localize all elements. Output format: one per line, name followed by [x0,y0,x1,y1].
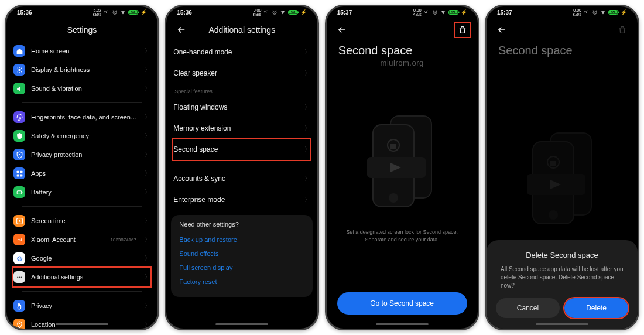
privacy-icon [13,149,25,160]
status-bar: 15:37 0.00 KB/s 100⚡ [487,6,638,18]
chevron-right-icon: 〉 [304,48,310,56]
row-label: Memory extension [173,124,299,132]
settings-row-xiaomi-account[interactable]: miXiaomi Account1823874167〉 [13,230,150,249]
row-label: Battery [31,189,139,196]
phone-2-additional-settings: 15:36 0.00 KB/s 100⚡ Additional settings… [165,5,319,330]
row-label: Enterprise mode [173,196,299,204]
settings-row-home-screen[interactable]: Home screen〉 [13,42,150,60]
chevron-right-icon: 〉 [304,103,310,111]
row-label: Home screen [31,47,139,54]
settings-row-privacy-protection[interactable]: Privacy protection〉 [13,145,150,164]
row-label: Clear speaker [173,69,299,77]
link-sound-effects[interactable]: Sound effects [179,247,304,261]
pin-icon [13,319,25,329]
settings-row-fingerprints-face-data-and-screen-lock[interactable]: Fingerprints, face data, and screen lock… [13,108,150,127]
battery-icon: 100⚡ [448,9,467,15]
settings-row-accounts-sync[interactable]: Accounts & sync〉 [173,168,310,189]
header [487,18,638,42]
wifi-icon [600,9,606,15]
phone-3-second-space: 15:37 0.00 KB/s 100⚡ Second space miuiro… [325,5,479,330]
settings-row-sound-vibration[interactable]: Sound & vibration〉 [13,79,150,98]
row-label: Sound & vibration [31,85,139,92]
chevron-right-icon: 〉 [145,235,150,244]
svg-point-16 [17,276,18,278]
delete-button[interactable] [455,23,470,37]
chevron-right-icon: 〉 [145,188,150,196]
chevron-right-icon: 〉 [304,175,310,183]
wifi-icon [120,9,126,15]
row-label: Apps [31,170,139,177]
dots-icon [13,271,25,283]
settings-row-one-handed-mode[interactable]: One-handed mode〉 [173,42,310,63]
link-factory-reset[interactable]: Factory reset [179,275,304,289]
confirm-delete-button[interactable]: Delete [564,298,628,318]
xiaomi-icon: mi [13,234,25,245]
settings-row-battery[interactable]: Battery〉 [13,183,150,201]
alarm-icon [432,9,438,15]
finger-icon [13,111,25,123]
cancel-button[interactable]: Cancel [496,298,560,318]
delete-confirm-sheet: Delete Second space All Second space app… [487,240,638,329]
settings-row-privacy[interactable]: Privacy〉 [13,296,150,315]
svg-point-46 [549,210,558,220]
row-sub: 1823874167 [111,237,137,242]
settings-row-memory-extension[interactable]: Memory extension〉 [173,118,310,139]
go-to-second-space-button[interactable]: Go to Second space [337,292,467,315]
svg-rect-10 [20,174,22,176]
home-indicator[interactable] [56,323,108,325]
settings-row-second-space[interactable]: Second space〉 [173,139,310,160]
link-full-screen-display[interactable]: Full screen display [179,261,304,275]
chevron-right-icon: 〉 [145,84,150,93]
page-title: Additional settings [166,25,317,35]
watermark: miuirom.org [327,59,478,67]
settings-row-screen-time[interactable]: Screen time〉 [13,211,150,230]
svg-point-5 [18,69,20,71]
row-label: Accounts & sync [173,175,299,183]
home-indicator[interactable] [536,323,588,325]
additional-settings-list: One-handed mode〉Clear speaker〉 Special f… [166,42,317,329]
chevron-right-icon: 〉 [145,151,150,159]
battery-icon: 100⚡ [608,9,627,15]
settings-row-additional-settings[interactable]: Additional settings〉 [13,268,150,286]
status-bar: 15:36 0.00 KB/s 100⚡ [166,6,317,18]
svg-rect-3 [138,12,139,13]
delete-button[interactable] [615,23,629,37]
clock: 15:36 [177,9,192,16]
settings-row-location[interactable]: Location〉 [13,315,150,329]
settings-row-apps[interactable]: Apps〉 [13,164,150,183]
chevron-right-icon: 〉 [145,302,150,310]
settings-row-google[interactable]: Google〉 [13,249,150,268]
row-label: Privacy [31,302,139,309]
mute-icon [584,9,590,15]
settings-row-enterprise-mode[interactable]: Enterprise mode〉 [173,189,310,210]
row-label: One-handed mode [173,48,299,56]
clock: 15:37 [337,9,352,16]
shield-icon [13,130,25,142]
chevron-right-icon: 〉 [145,66,150,74]
back-button[interactable] [335,23,349,37]
svg-rect-23 [298,12,299,13]
link-back-up-and-restore[interactable]: Back up and restore [179,233,304,247]
row-label: Display & brightness [31,66,139,73]
settings-row-floating-windows[interactable]: Floating windows〉 [173,97,310,118]
sheet-message: All Second space app data will be lost a… [496,265,628,290]
svg-point-18 [20,276,22,278]
chevron-right-icon: 〉 [304,69,310,77]
settings-list: Home screen〉Display & brightness〉Sound &… [6,42,157,329]
wifi-icon [280,9,286,15]
page-title: Second space [327,42,478,59]
settings-row-display-brightness[interactable]: Display & brightness〉 [13,60,150,79]
settings-row-safety-emergency[interactable]: Safety & emergency〉 [13,127,150,145]
home-indicator[interactable] [376,323,429,325]
home-indicator[interactable] [215,323,268,325]
chevron-right-icon: 〉 [145,47,150,55]
divider [22,206,142,207]
apps-icon [13,168,25,179]
header: Settings [6,18,157,42]
net-speed: 5.22 KB/s [93,8,101,16]
settings-row-clear-speaker[interactable]: Clear speaker〉 [173,63,310,84]
battery-icon: 100⚡ [128,9,147,15]
back-button[interactable] [174,23,189,37]
back-button[interactable] [495,23,509,37]
section-header: Special features [173,84,310,97]
